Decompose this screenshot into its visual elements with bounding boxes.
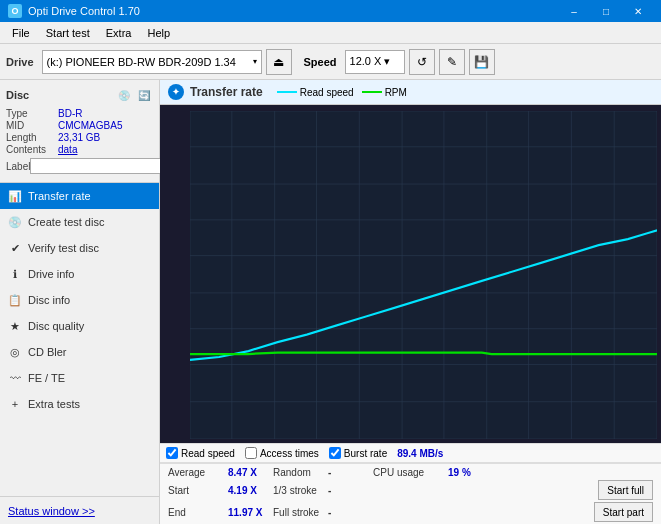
- mid-value: CMCMAGBA5: [58, 120, 122, 131]
- sidebar-menu: 📊 Transfer rate 💿 Create test disc ✔ Ver…: [0, 183, 159, 496]
- legend-read-speed: Read speed: [277, 87, 354, 98]
- length-value: 23,31 GB: [58, 132, 100, 143]
- drive-info-icon: ℹ: [8, 267, 22, 281]
- average-value: 8.47 X: [228, 467, 273, 478]
- sidebar-item-disc-quality[interactable]: ★ Disc quality: [0, 313, 159, 339]
- sidebar-item-label-drive-info: Drive info: [28, 268, 74, 280]
- type-label: Type: [6, 108, 58, 119]
- legend-rpm-color: [362, 91, 382, 93]
- label-label: Label: [6, 161, 30, 172]
- extra-tests-icon: +: [8, 397, 22, 411]
- sidebar-item-create-test-disc[interactable]: 💿 Create test disc: [0, 209, 159, 235]
- sidebar-item-label-disc-info: Disc info: [28, 294, 70, 306]
- label-input[interactable]: [30, 158, 163, 174]
- sidebar-item-drive-info[interactable]: ℹ Drive info: [0, 261, 159, 287]
- full-stroke-value: -: [328, 507, 353, 518]
- legend-rpm-label: RPM: [385, 87, 407, 98]
- edit-button[interactable]: ✎: [439, 49, 465, 75]
- access-times-checkbox-label: Access times: [260, 448, 319, 459]
- speed-label: Speed: [304, 56, 337, 68]
- disc-info-icon: 📋: [8, 293, 22, 307]
- chart-legend: Read speed RPM: [277, 87, 407, 98]
- minimize-button[interactable]: –: [559, 0, 589, 22]
- status-window-link[interactable]: Status window >>: [0, 496, 159, 524]
- save-button[interactable]: 💾: [469, 49, 495, 75]
- read-speed-checkbox-label: Read speed: [181, 448, 235, 459]
- eject-button[interactable]: ⏏: [266, 49, 292, 75]
- start-part-button[interactable]: Start part: [594, 502, 653, 522]
- burst-rate-checkbox[interactable]: [329, 447, 341, 459]
- disc-quality-icon: ★: [8, 319, 22, 333]
- average-label: Average: [168, 467, 228, 478]
- read-speed-checkbox[interactable]: [166, 447, 178, 459]
- menu-help[interactable]: Help: [139, 22, 178, 43]
- mid-label: MID: [6, 120, 58, 131]
- checkbox-burst-rate[interactable]: Burst rate: [329, 447, 387, 459]
- sidebar-item-disc-info[interactable]: 📋 Disc info: [0, 287, 159, 313]
- chart-area: ✦ Transfer rate Read speed RPM: [160, 80, 661, 524]
- sidebar: Disc 💿 🔄 Type BD-R MID CMCMAGBA5 Length …: [0, 80, 160, 524]
- sidebar-item-cd-bler[interactable]: ◎ CD Bler: [0, 339, 159, 365]
- window-controls: – □ ✕: [559, 0, 653, 22]
- end-value: 11.97 X: [228, 507, 273, 518]
- length-label: Length: [6, 132, 58, 143]
- sidebar-item-label-disc-quality: Disc quality: [28, 320, 84, 332]
- legend-read-label: Read speed: [300, 87, 354, 98]
- verify-test-disc-icon: ✔: [8, 241, 22, 255]
- create-test-disc-icon: 💿: [8, 215, 22, 229]
- toolbar: Drive (k:) PIONEER BD-RW BDR-209D 1.34 ▾…: [0, 44, 661, 80]
- burst-rate-checkbox-label: Burst rate: [344, 448, 387, 459]
- menu-start-test[interactable]: Start test: [38, 22, 98, 43]
- sidebar-item-label-transfer-rate: Transfer rate: [28, 190, 91, 202]
- checkbox-access-times[interactable]: Access times: [245, 447, 319, 459]
- contents-value[interactable]: data: [58, 144, 77, 155]
- start-full-button[interactable]: Start full: [598, 480, 653, 500]
- sidebar-item-label-verify-test-disc: Verify test disc: [28, 242, 99, 254]
- disc-panel-title: Disc: [6, 89, 29, 101]
- transfer-rate-icon: 📊: [8, 189, 22, 203]
- chart-header: ✦ Transfer rate Read speed RPM: [160, 80, 661, 105]
- contents-label: Contents: [6, 144, 58, 155]
- speed-select[interactable]: 12.0 X ▾: [345, 50, 405, 74]
- sidebar-item-label-create-test-disc: Create test disc: [28, 216, 104, 228]
- disc-panel: Disc 💿 🔄 Type BD-R MID CMCMAGBA5 Length …: [0, 80, 159, 183]
- sidebar-item-label-fe-te: FE / TE: [28, 372, 65, 384]
- drive-select-text: (k:) PIONEER BD-RW BDR-209D 1.34: [47, 56, 253, 68]
- chart-svg: 18X 16X 14X 12X 10X 8X 6X 4X 2X 0.0 2.5 …: [190, 111, 657, 439]
- sidebar-item-label-cd-bler: CD Bler: [28, 346, 67, 358]
- drive-select[interactable]: (k:) PIONEER BD-RW BDR-209D 1.34 ▾: [42, 50, 262, 74]
- sidebar-item-label-extra-tests: Extra tests: [28, 398, 80, 410]
- main-content: Disc 💿 🔄 Type BD-R MID CMCMAGBA5 Length …: [0, 80, 661, 524]
- menu-extra[interactable]: Extra: [98, 22, 140, 43]
- legend-rpm: RPM: [362, 87, 407, 98]
- refresh-button[interactable]: ↺: [409, 49, 435, 75]
- sidebar-item-transfer-rate[interactable]: 📊 Transfer rate: [0, 183, 159, 209]
- chart-container: 18X 16X 14X 12X 10X 8X 6X 4X 2X 0.0 2.5 …: [160, 105, 661, 443]
- type-value: BD-R: [58, 108, 82, 119]
- access-times-checkbox[interactable]: [245, 447, 257, 459]
- title-bar: O Opti Drive Control 1.70 – □ ✕: [0, 0, 661, 22]
- drive-dropdown-arrow: ▾: [253, 57, 257, 66]
- close-button[interactable]: ✕: [623, 0, 653, 22]
- drive-label: Drive: [6, 56, 34, 68]
- checkbox-read-speed[interactable]: Read speed: [166, 447, 235, 459]
- chart-checkboxes: Read speed Access times Burst rate 89.4 …: [160, 443, 661, 463]
- sidebar-item-fe-te[interactable]: 〰 FE / TE: [0, 365, 159, 391]
- disc-icon-btn-1[interactable]: 💿: [115, 86, 133, 104]
- end-label: End: [168, 507, 228, 518]
- sidebar-item-extra-tests[interactable]: + Extra tests: [0, 391, 159, 417]
- app-icon: O: [8, 4, 22, 18]
- maximize-button[interactable]: □: [591, 0, 621, 22]
- menu-bar: File Start test Extra Help: [0, 22, 661, 44]
- sidebar-item-verify-test-disc[interactable]: ✔ Verify test disc: [0, 235, 159, 261]
- stroke13-value: -: [328, 485, 353, 496]
- start-value: 4.19 X: [228, 485, 273, 496]
- cpu-label: CPU usage: [373, 467, 448, 478]
- menu-file[interactable]: File: [4, 22, 38, 43]
- burst-rate-value: 89.4 MB/s: [397, 448, 443, 459]
- full-stroke-label: Full stroke: [273, 507, 328, 518]
- disc-icon-btn-2[interactable]: 🔄: [135, 86, 153, 104]
- random-label: Random: [273, 467, 328, 478]
- chart-title: Transfer rate: [190, 85, 263, 99]
- fe-te-icon: 〰: [8, 371, 22, 385]
